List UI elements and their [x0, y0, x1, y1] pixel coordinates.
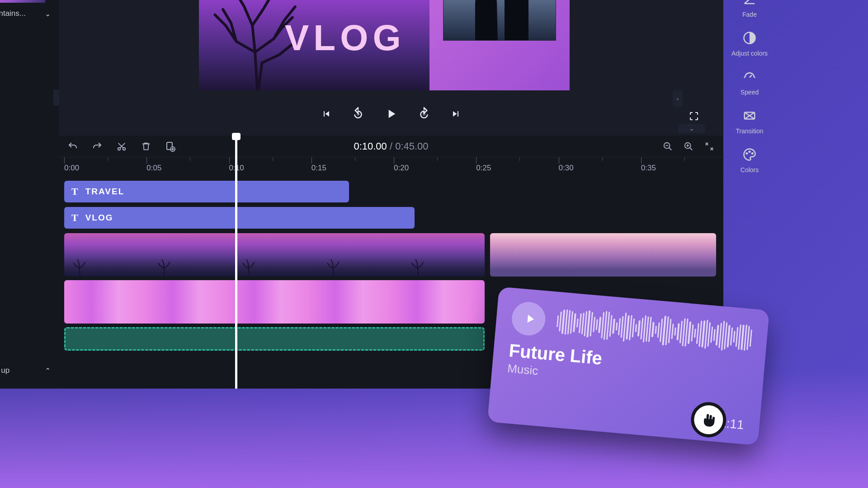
forward-5-button[interactable]: 5 — [416, 106, 432, 122]
text-clip-label: TRAVEL — [85, 187, 125, 197]
fade-icon — [741, 0, 758, 7]
text-clip-label: VLOG — [85, 213, 113, 223]
rewind-5-button[interactable]: 5 — [350, 106, 366, 122]
text-clip[interactable]: TVLOG — [64, 207, 415, 229]
asset-label: untains... — [0, 9, 26, 18]
video-track-2[interactable] — [490, 233, 716, 277]
asset-thumbnail[interactable] — [0, 0, 45, 3]
expand-timeline-button[interactable]: ⌄ — [678, 124, 705, 133]
preview-area: VLOG 5 — [59, 0, 723, 131]
zoom-in-button[interactable] — [683, 141, 694, 152]
play-button[interactable] — [382, 105, 400, 123]
time-ruler[interactable]: 0:000:050:100:150:200:250:300:35 — [59, 157, 723, 175]
chevron-up-icon: ⌃ — [45, 366, 51, 375]
timeline-toolbar: 0:10.00 / 0:45.00 — [59, 136, 723, 157]
ruler-tick: 0:25 — [476, 157, 558, 175]
timecode-display: 0:10.00 / 0:45.00 — [354, 141, 428, 152]
skip-end-button[interactable] — [448, 106, 463, 122]
svg-point-3 — [123, 147, 126, 150]
svg-point-11 — [749, 151, 750, 153]
rewind-seconds: 5 — [357, 111, 359, 116]
fullscreen-button[interactable] — [687, 109, 701, 123]
undo-button[interactable] — [67, 141, 79, 152]
ruler-tick: 0:20 — [394, 157, 476, 175]
collapse-right-panel-button[interactable]: › — [673, 90, 683, 107]
transition-icon — [741, 108, 758, 124]
text-icon: T — [71, 186, 79, 197]
delete-button[interactable] — [140, 141, 152, 152]
add-media-button[interactable] — [165, 141, 176, 152]
effects-sidebar: Fade Adjust colors Speed Transition Colo… — [727, 0, 772, 203]
audio-drop-zone[interactable] — [64, 327, 485, 351]
preview-scene: VLOG — [199, 0, 429, 90]
forward-seconds: 5 — [423, 111, 425, 116]
ruler-tick: 0:35 — [641, 157, 723, 175]
speed-tool[interactable]: Speed — [741, 69, 759, 96]
redo-button[interactable] — [91, 141, 103, 152]
colors-tool[interactable]: Colors — [741, 146, 759, 174]
asset-label: d up — [0, 366, 9, 375]
playhead[interactable] — [235, 136, 237, 389]
zoom-out-button[interactable] — [662, 141, 674, 152]
asset-item[interactable]: untains... ⌄ — [0, 7, 59, 20]
cut-button[interactable] — [116, 141, 127, 152]
palette-icon — [741, 146, 758, 163]
grab-cursor-icon — [689, 401, 728, 439]
preview-audio-button[interactable] — [510, 300, 547, 337]
video-track-1[interactable] — [64, 233, 485, 277]
ruler-tick: 0:30 — [559, 157, 641, 175]
text-clip[interactable]: TTRAVEL — [64, 181, 349, 202]
svg-point-10 — [746, 153, 748, 154]
transport-controls: 5 5 — [59, 100, 723, 127]
transition-tool[interactable]: Transition — [736, 108, 764, 135]
speed-icon — [741, 69, 758, 85]
audio-clip-card[interactable]: Future Life Music 2:11 — [487, 286, 769, 445]
ruler-tick: 0:00 — [64, 157, 146, 175]
svg-point-2 — [118, 147, 121, 150]
preview-pip — [443, 0, 556, 41]
overlay-text: VLOG — [285, 17, 406, 59]
silhouette-graphic — [462, 0, 538, 40]
preview-pip-frame — [429, 0, 570, 90]
ruler-tick: 0:10 — [229, 157, 311, 175]
adjust-colors-tool[interactable]: Adjust colors — [731, 30, 768, 57]
effects-track[interactable] — [64, 280, 485, 324]
ruler-tick: 0:05 — [146, 157, 229, 175]
fit-zoom-button[interactable] — [703, 141, 715, 152]
chevron-down-icon: ⌄ — [45, 9, 51, 18]
svg-point-12 — [752, 153, 753, 154]
current-time: 0:10.00 — [354, 141, 387, 152]
contrast-icon — [741, 30, 758, 46]
fade-tool[interactable]: Fade — [741, 0, 758, 18]
ruler-tick: 0:15 — [311, 157, 394, 175]
video-preview[interactable]: VLOG — [199, 0, 570, 90]
total-duration: 0:45.00 — [395, 141, 428, 152]
asset-item-bottom[interactable]: d up ⌃ — [0, 363, 59, 378]
text-icon: T — [71, 212, 79, 224]
skip-start-button[interactable] — [319, 106, 334, 122]
assets-panel: untains... ⌄ d up ⌃ — [0, 0, 59, 389]
